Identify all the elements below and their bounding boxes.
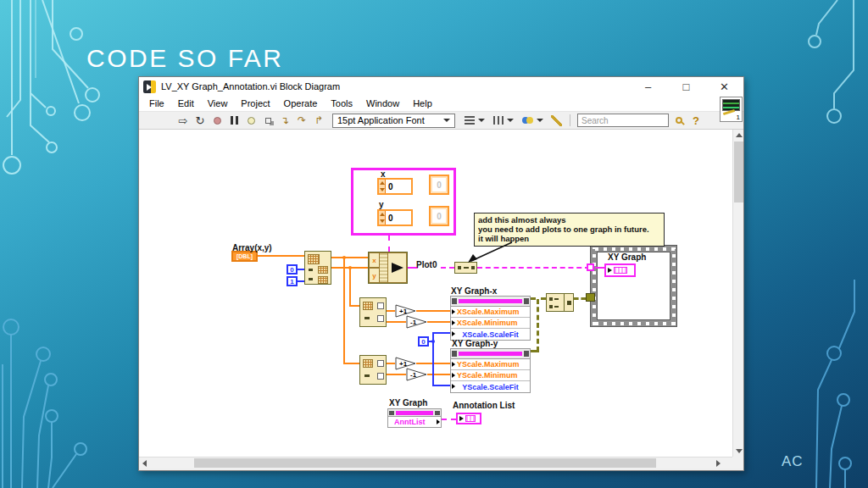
xy-graph-terminal-label: XY Graph [608, 252, 646, 262]
decrement-node-x[interactable]: -1 [406, 315, 429, 330]
step-into-icon[interactable]: ↴ [278, 113, 292, 128]
property-node-x[interactable]: XScale.Maximum XScale.Minimum XScale.Sca… [450, 296, 531, 341]
step-out-icon[interactable]: ↱ [312, 113, 326, 128]
flat-sequence-structure[interactable]: XY Graph [590, 245, 677, 327]
prop-x-row2[interactable]: XScale.Minimum [457, 319, 518, 327]
wire-blue [433, 332, 450, 334]
reorder-dropdown[interactable] [520, 117, 546, 124]
window-titlebar: LV_XY Graph_Annotation.vi Block Diagram … [139, 77, 743, 96]
wire-blue [298, 269, 304, 270]
annotation-note[interactable]: add this almost always you need to add p… [474, 213, 665, 247]
step-over-icon[interactable]: ↷ [295, 113, 309, 128]
block-diagram-canvas[interactable]: x 0 0 y 0 0 Array(x,y) [DBL] [139, 130, 734, 457]
annotation-list-terminal[interactable] [456, 413, 481, 424]
decrement-node-y[interactable]: -1 [406, 368, 429, 382]
vi-icon[interactable]: 1 [720, 97, 743, 122]
menu-window[interactable]: Window [359, 98, 406, 108]
clean-up-diagram-icon[interactable] [549, 113, 563, 128]
magenta-tunnel[interactable] [587, 263, 594, 271]
scrollbar-corner [732, 457, 743, 468]
y-numeric-control[interactable]: 0 [377, 209, 413, 226]
index-array-node[interactable] [304, 251, 331, 285]
bundle-y-cell: y [369, 268, 380, 283]
y-value[interactable]: 0 [386, 211, 411, 225]
run-continuous-icon[interactable]: ↻ [193, 113, 207, 128]
annt-row[interactable]: AnntList [394, 418, 426, 426]
bundle-x-cell: x [369, 252, 380, 268]
prop-x-row1[interactable]: XScale.Maximum [457, 308, 520, 316]
wire-orange [349, 305, 359, 307]
scroll-up-icon[interactable] [736, 133, 743, 137]
retain-wire-values-icon[interactable] [261, 113, 275, 128]
horizontal-scrollbar[interactable] [139, 457, 734, 468]
menu-file[interactable]: File [142, 98, 171, 108]
build-array-node[interactable] [454, 262, 477, 274]
menu-project[interactable]: Project [234, 98, 276, 108]
slide-title: CODE SO FAR [86, 44, 284, 73]
wire-blue [433, 385, 450, 386]
labview-window: LV_XY Graph_Annotation.vi Block Diagram … [138, 76, 744, 471]
property-node-y[interactable]: YScale.Maximum YScale.Minimum YScale.Sca… [450, 348, 531, 393]
graph-glyph-icon [465, 415, 476, 422]
menu-edit[interactable]: Edit [171, 98, 201, 108]
array-max-min-node-y[interactable] [359, 355, 387, 385]
increment-decrement-icon[interactable] [379, 211, 386, 225]
menu-help[interactable]: Help [406, 98, 439, 108]
horizontal-scroll-thumb[interactable] [194, 458, 656, 468]
minimize-button[interactable]: – [629, 77, 667, 96]
menu-view[interactable]: View [201, 98, 235, 108]
slide-background: CODE SO FAR AC LV_XY Graph_Annotation.vi… [0, 0, 868, 488]
scroll-down-icon[interactable] [736, 449, 743, 453]
annt-node-title: XY Graph [389, 398, 427, 408]
maximize-button[interactable]: □ [667, 77, 705, 96]
wire-olive [574, 297, 586, 300]
scalefit-constant[interactable]: 0 [418, 336, 429, 347]
vertical-scroll-thumb[interactable] [734, 141, 743, 202]
prop-x-row3[interactable]: XScale.ScaleFit [462, 330, 519, 339]
window-title: LV_XY Graph_Annotation.vi Block Diagram [161, 81, 340, 92]
prop-y-row1[interactable]: YScale.Maximum [457, 360, 520, 369]
distribute-objects-icon [493, 116, 504, 125]
highlight-execution-icon[interactable] [244, 113, 258, 128]
prop-y-row3[interactable]: YScale.ScaleFit [462, 383, 519, 391]
xy-graph-terminal[interactable] [604, 263, 636, 277]
align-objects-icon [465, 116, 475, 125]
wire-orange [343, 257, 345, 364]
scroll-right-icon[interactable] [716, 460, 721, 467]
close-button[interactable]: ✕ [705, 77, 743, 96]
x-numeric-control[interactable]: 0 [377, 178, 413, 195]
increment-decrement-icon[interactable] [379, 180, 386, 193]
x-ghost-box: 0 [429, 175, 449, 195]
labview-app-icon [143, 80, 156, 93]
wire-magenta [477, 267, 590, 269]
bundle-node[interactable]: x y [368, 252, 408, 284]
wire-orange [343, 363, 359, 364]
x-value[interactable]: 0 [386, 180, 411, 193]
array-max-min-node-x[interactable] [359, 297, 387, 327]
olive-tunnel[interactable] [586, 293, 595, 302]
vertical-scrollbar[interactable] [732, 130, 743, 457]
prop-y-row2[interactable]: YScale.Minimum [457, 371, 518, 380]
wire-orange [387, 321, 406, 323]
text-settings-dropdown[interactable]: 15pt Application Font [332, 114, 455, 128]
annt-property-node[interactable]: AnntList [387, 408, 442, 428]
index-constant-0[interactable]: 0 [287, 264, 298, 274]
wire-orange [427, 321, 450, 323]
search-input[interactable] [577, 114, 669, 127]
array-label: Array(x,y) [232, 243, 272, 252]
menu-tools[interactable]: Tools [324, 98, 359, 108]
wire-orange [416, 310, 450, 312]
menu-operate[interactable]: Operate [277, 98, 325, 108]
abort-icon[interactable] [210, 113, 224, 128]
distribute-objects-dropdown[interactable] [491, 116, 516, 125]
wire-orange [349, 267, 351, 307]
reference-build-array-node[interactable] [546, 293, 574, 312]
wire-magenta [442, 419, 456, 420]
index-constant-1[interactable]: 1 [287, 276, 298, 286]
help-icon[interactable]: ? [689, 113, 703, 128]
align-objects-dropdown[interactable] [462, 116, 487, 125]
pause-icon[interactable] [227, 113, 241, 128]
scroll-left-icon[interactable] [142, 460, 147, 467]
run-icon[interactable]: ⇨ [176, 113, 190, 128]
search-icon[interactable] [672, 113, 686, 128]
